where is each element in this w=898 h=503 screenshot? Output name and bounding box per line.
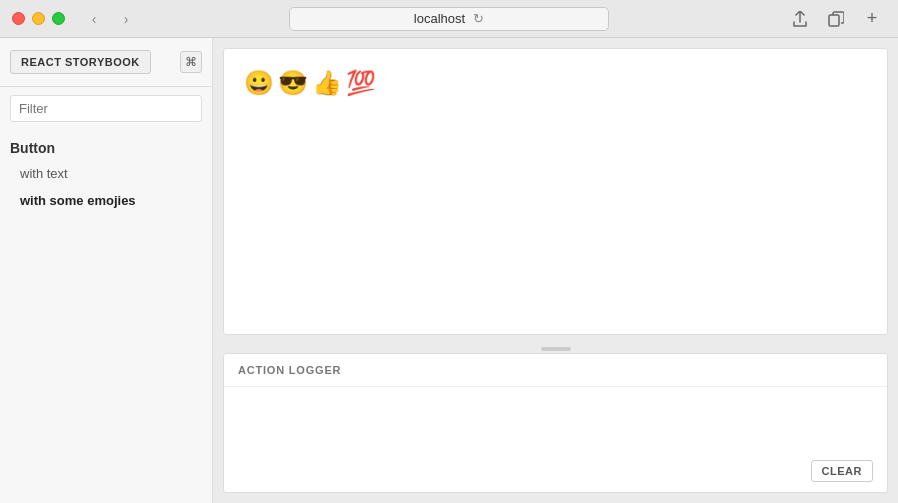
sidebar-section-button: Button <box>0 130 212 160</box>
nav-buttons: ‹ › <box>80 9 140 29</box>
traffic-lights <box>12 12 65 25</box>
back-button[interactable]: ‹ <box>80 9 108 29</box>
clear-button[interactable]: CLEAR <box>811 460 873 482</box>
maximize-button[interactable] <box>52 12 65 25</box>
filter-input[interactable] <box>10 95 202 122</box>
url-text: localhost <box>414 11 465 26</box>
sidebar-item-with-some-emojies[interactable]: with some emojies <box>0 187 212 214</box>
forward-button[interactable]: › <box>112 9 140 29</box>
action-logger: ACTION LOGGER CLEAR <box>223 353 888 493</box>
story-preview: 😀😎👍💯 <box>223 48 888 335</box>
keyboard-shortcut-icon[interactable]: ⌘ <box>180 51 202 73</box>
titlebar: ‹ › localhost ↻ + <box>0 0 898 38</box>
sidebar: REACT STORYBOOK ⌘ Button with text with … <box>0 38 213 503</box>
keyboard-shortcut-symbol: ⌘ <box>185 55 197 69</box>
plus-button[interactable]: + <box>858 9 886 29</box>
titlebar-actions: + <box>786 9 886 29</box>
action-logger-body: CLEAR <box>224 387 887 492</box>
action-logger-label: ACTION LOGGER <box>224 354 887 387</box>
resize-handle[interactable] <box>213 345 898 353</box>
sidebar-item-with-text[interactable]: with text <box>0 160 212 187</box>
duplicate-button[interactable] <box>822 9 850 29</box>
main-area: 😀😎👍💯 ACTION LOGGER CLEAR <box>213 38 898 503</box>
resize-dots-indicator <box>541 347 571 351</box>
storybook-button[interactable]: REACT STORYBOOK <box>10 50 151 74</box>
sidebar-header: REACT STORYBOOK ⌘ <box>0 38 212 87</box>
url-bar[interactable]: localhost ↻ <box>289 7 609 31</box>
minimize-button[interactable] <box>32 12 45 25</box>
emoji-display: 😀😎👍💯 <box>244 69 867 97</box>
share-button[interactable] <box>786 9 814 29</box>
window-content: REACT STORYBOOK ⌘ Button with text with … <box>0 38 898 503</box>
close-button[interactable] <box>12 12 25 25</box>
reload-icon[interactable]: ↻ <box>473 11 484 26</box>
svg-rect-0 <box>829 15 839 26</box>
